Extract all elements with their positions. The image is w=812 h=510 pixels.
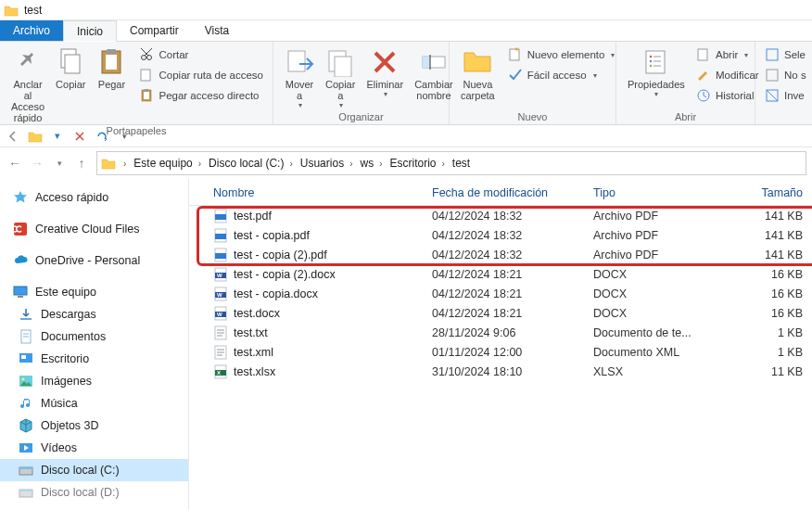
easy-access-icon xyxy=(508,68,523,83)
cut-button[interactable]: Cortar xyxy=(135,45,267,64)
nav-recent-button[interactable]: ▾ xyxy=(50,154,69,172)
nav-back-button[interactable]: ← xyxy=(6,154,24,172)
file-row[interactable]: test.xml01/11/2024 12:00Documento XML1 K… xyxy=(189,342,812,362)
nav-onedrive[interactable]: OneDrive - Personal xyxy=(0,249,188,272)
breadcrumb-item: Este equipo› xyxy=(130,157,205,170)
nav-creative-cloud[interactable]: Creative Cloud Files xyxy=(0,218,188,240)
nav-this-pc[interactable]: Este equipo xyxy=(0,281,188,303)
select-none-button[interactable]: No s xyxy=(761,66,810,84)
file-row[interactable]: test.txt28/11/2024 9:06Documento de te..… xyxy=(189,323,812,342)
file-size: 16 KB xyxy=(732,307,812,320)
col-tipo[interactable]: Tipo xyxy=(593,186,732,199)
file-name: test - copia (2).pdf xyxy=(234,249,327,261)
cloud-icon xyxy=(13,253,28,268)
select-all-button[interactable]: Sele xyxy=(761,45,810,64)
file-row[interactable]: test.xlsx31/10/2024 18:10XLSX11 KB xyxy=(189,362,812,381)
window-title: test xyxy=(24,4,42,17)
properties-button[interactable]: Propiedades▾ xyxy=(622,45,689,100)
nav-forward-button[interactable]: → xyxy=(28,154,46,172)
copy-path-icon xyxy=(139,68,154,83)
col-tamano[interactable]: Tamaño xyxy=(732,186,812,199)
file-icon xyxy=(213,364,228,379)
chevron-down-icon: ▾ xyxy=(654,90,658,98)
nav-downloads[interactable]: Descargas xyxy=(0,303,188,325)
nav-images[interactable]: Imágenes xyxy=(0,370,188,392)
pin-quick-access-button[interactable]: Anclar al Acceso rápido xyxy=(6,45,50,125)
new-item-button[interactable]: ✶Nuevo elemento▾ xyxy=(504,45,619,64)
delete-button[interactable]: Eliminar▾ xyxy=(361,45,409,100)
copy-button[interactable]: Copiar xyxy=(50,45,91,92)
nav-quick-access[interactable]: Acceso rápido xyxy=(0,186,188,209)
select-none-icon xyxy=(765,68,780,83)
file-date: 04/12/2024 18:32 xyxy=(432,229,593,242)
svg-rect-48 xyxy=(698,49,707,60)
breadcrumb-item: Escritorio› xyxy=(387,157,449,170)
svg-rect-50 xyxy=(767,49,778,60)
file-type: Archivo PDF xyxy=(593,249,732,261)
file-type: Archivo PDF xyxy=(593,210,732,223)
file-size: 16 KB xyxy=(732,268,812,281)
select-all-icon xyxy=(765,47,780,62)
folder-icon[interactable] xyxy=(26,127,44,146)
file-size: 16 KB xyxy=(732,287,812,300)
address-bar[interactable]: › Este equipo› Disco local (C:)› Usuario… xyxy=(96,151,806,175)
copy-to-button[interactable]: Copiar a▾ xyxy=(320,45,361,111)
nav-3d-objects[interactable]: Objetos 3D xyxy=(0,414,188,437)
desktop-icon xyxy=(19,351,33,366)
nav-desktop[interactable]: Escritorio xyxy=(0,348,188,370)
dropdown-icon[interactable]: ▾ xyxy=(115,127,133,146)
edit-button[interactable]: Modificar xyxy=(692,66,763,84)
easy-access-button[interactable]: Fácil acceso▾ xyxy=(504,66,619,84)
col-nombre[interactable]: Nombre xyxy=(213,186,432,199)
file-type: Archivo PDF xyxy=(593,229,732,242)
tab-archivo[interactable]: Archivo xyxy=(0,20,63,41)
monitor-icon xyxy=(13,285,28,300)
invert-selection-button[interactable]: Inve xyxy=(761,86,810,105)
file-row[interactable]: test.docx04/12/2024 18:21DOCX16 KB xyxy=(189,303,812,323)
back-nav-icon[interactable] xyxy=(4,127,22,146)
tab-inicio[interactable]: Inicio xyxy=(63,20,117,42)
refresh-icon[interactable] xyxy=(93,127,111,146)
tab-compartir[interactable]: Compartir xyxy=(117,20,192,41)
nav-videos[interactable]: Vídeos xyxy=(0,437,188,459)
svg-text:✶: ✶ xyxy=(514,47,520,54)
chevron-down-icon: ▾ xyxy=(593,71,597,80)
file-list: Nombre Fecha de modificación Tipo Tamaño… xyxy=(189,179,812,510)
down-icon[interactable]: ▾ xyxy=(48,127,67,146)
file-row[interactable]: test - copia (2).docx04/12/2024 18:21DOC… xyxy=(189,264,812,284)
file-type: Documento de te... xyxy=(593,326,732,339)
file-size: 1 KB xyxy=(732,326,812,339)
file-size: 141 KB xyxy=(732,229,812,242)
file-row[interactable]: test - copia.pdf04/12/2024 18:32Archivo … xyxy=(189,225,812,245)
copy-path-button[interactable]: Copiar ruta de acceso xyxy=(135,66,267,84)
file-row[interactable]: test - copia.docx04/12/2024 18:21DOCX16 … xyxy=(189,284,812,303)
file-row[interactable]: test.pdf04/12/2024 18:32Archivo PDF141 K… xyxy=(189,206,812,225)
file-name: test.pdf xyxy=(234,210,272,223)
open-icon xyxy=(696,47,711,62)
quick-access-toolbar: ▾ ▾ xyxy=(0,125,812,147)
new-folder-button[interactable]: Nueva carpeta xyxy=(455,45,501,103)
ribbon-tabs: Archivo Inicio Compartir Vista xyxy=(0,20,812,42)
tab-vista[interactable]: Vista xyxy=(192,20,242,41)
move-to-button[interactable]: Mover a▾ xyxy=(279,45,320,111)
nav-disk-c[interactable]: Disco local (C:) xyxy=(0,459,188,481)
navigation-pane: Acceso rápido Creative Cloud Files OneDr… xyxy=(0,179,189,510)
paste-shortcut-button[interactable]: Pegar acceso directo xyxy=(135,86,267,105)
file-name: test.xml xyxy=(234,346,273,359)
history-button[interactable]: Historial xyxy=(692,86,763,105)
address-row: ← → ▾ ↑ › Este equipo› Disco local (C:)›… xyxy=(0,147,812,179)
open-button[interactable]: Abrir▾ xyxy=(692,45,763,64)
col-fecha[interactable]: Fecha de modificación xyxy=(432,186,593,199)
chevron-down-icon: ▾ xyxy=(744,51,748,59)
file-icon xyxy=(213,325,228,340)
close-icon[interactable] xyxy=(70,127,89,146)
paste-button[interactable]: Pegar xyxy=(91,45,132,92)
nav-documents[interactable]: Documentos xyxy=(0,325,188,348)
nav-up-button[interactable]: ↑ xyxy=(72,154,91,172)
breadcrumb-item: Disco local (C:)› xyxy=(205,157,297,170)
nav-disk-d[interactable]: Disco local (D:) xyxy=(0,481,188,504)
group-label-abrir: Abrir xyxy=(616,111,755,124)
file-name: test - copia.docx xyxy=(234,287,318,300)
nav-music[interactable]: Música xyxy=(0,392,188,414)
file-row[interactable]: test - copia (2).pdf04/12/2024 18:32Arch… xyxy=(189,245,812,264)
